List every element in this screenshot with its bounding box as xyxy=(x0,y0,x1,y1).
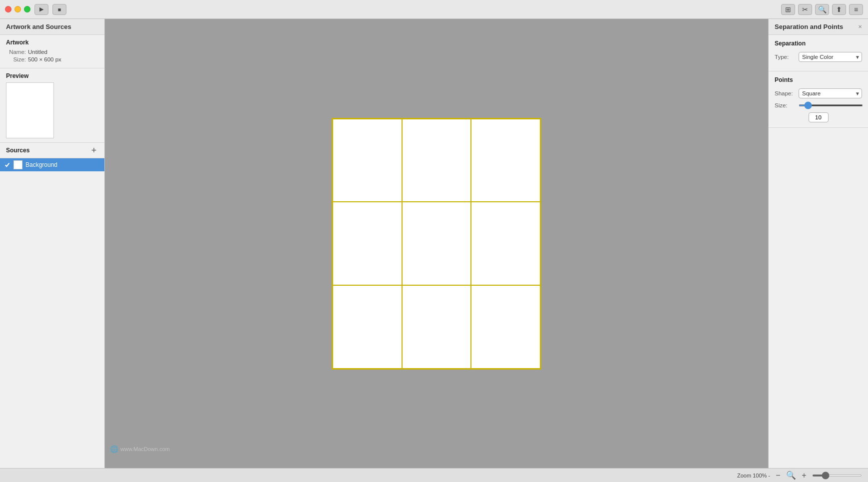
canvas-cell xyxy=(333,285,402,369)
stop-button[interactable]: ■ xyxy=(52,4,66,15)
traffic-lights xyxy=(5,6,30,12)
close-button[interactable] xyxy=(5,6,11,12)
sources-section: Sources + Background xyxy=(0,143,104,468)
canvas-area: 🌐 www.MacDown.com xyxy=(105,19,768,468)
points-title: Points xyxy=(775,76,862,83)
zoom-in-button[interactable]: + xyxy=(799,471,809,481)
size-label: Size: xyxy=(775,102,796,108)
titlebar: ▶ ■ ⊞ ✂ 🔍 ⬆ ≡ xyxy=(0,0,868,19)
search-button[interactable]: 🔍 xyxy=(815,4,829,15)
artwork-size-value: 500 × 600 px xyxy=(28,56,61,62)
crop-button[interactable]: ✂ xyxy=(798,4,812,15)
watermark: 🌐 www.MacDown.com xyxy=(110,445,170,453)
titlebar-right-controls: ⊞ ✂ 🔍 ⬆ ≡ xyxy=(781,4,863,15)
shape-field-row: Shape: Square Circle Diamond ▼ xyxy=(775,88,862,98)
shape-label: Shape: xyxy=(775,90,796,96)
type-field-row: Type: Single Color Multi Color Custom ▼ xyxy=(775,52,862,62)
right-panel-title: Separation and Points xyxy=(775,23,843,30)
watermark-text: www.MacDown.com xyxy=(120,446,170,452)
sources-header: Sources + xyxy=(0,143,104,158)
zoom-controls: Zoom 100% - − 🔍 + xyxy=(737,471,862,481)
canvas-cell xyxy=(402,285,471,369)
artwork-name-label: Name: xyxy=(6,49,26,55)
sidebar-header: Artwork and Sources xyxy=(0,19,104,35)
right-panel: Separation and Points ✕ Separation Type:… xyxy=(768,19,868,468)
canvas-cell xyxy=(402,119,471,202)
sources-title: Sources xyxy=(6,147,29,154)
shape-select-wrapper: Square Circle Diamond ▼ xyxy=(799,88,862,98)
preview-box xyxy=(6,82,54,138)
separation-title: Separation xyxy=(775,40,862,47)
artwork-size-label: Size: xyxy=(6,56,26,62)
type-select[interactable]: Single Color Multi Color Custom xyxy=(799,52,862,62)
type-label: Type: xyxy=(775,54,796,60)
points-section: Points Shape: Square Circle Diamond ▼ Si… xyxy=(769,71,868,128)
canvas-cell xyxy=(471,202,540,285)
right-panel-header: Separation and Points ✕ xyxy=(769,19,868,35)
artwork-title: Artwork xyxy=(6,39,98,46)
type-select-wrapper: Single Color Multi Color Custom ▼ xyxy=(799,52,862,62)
canvas-cell xyxy=(471,285,540,369)
maximize-button[interactable] xyxy=(24,6,30,12)
settings-button[interactable]: ≡ xyxy=(849,4,863,15)
bottom-bar: Zoom 100% - − 🔍 + xyxy=(0,468,868,482)
preview-label: Preview xyxy=(6,72,98,79)
list-item[interactable]: Background xyxy=(0,158,104,171)
canvas-cell xyxy=(333,119,402,202)
canvas-cell xyxy=(402,202,471,285)
collapse-button[interactable]: ✕ xyxy=(858,24,862,29)
zoom-search-button[interactable]: 🔍 xyxy=(786,471,796,481)
minimize-button[interactable] xyxy=(14,6,21,12)
canvas-cell xyxy=(333,202,402,285)
zoom-label: Zoom 100% - xyxy=(737,473,770,479)
size-input[interactable]: 10 xyxy=(809,112,829,122)
canvas-grid xyxy=(332,118,541,370)
preview-section: Preview xyxy=(0,68,104,143)
canvas-cell xyxy=(471,119,540,202)
zoom-slider[interactable] xyxy=(812,475,862,477)
size-slider-row: Size: xyxy=(775,102,862,108)
artwork-name-value: Untitled xyxy=(28,49,47,55)
artwork-section: Artwork Name: Untitled Size: 500 × 600 p… xyxy=(0,35,104,68)
shape-select[interactable]: Square Circle Diamond xyxy=(799,88,862,98)
add-source-button[interactable]: + xyxy=(89,146,98,155)
source-name: Background xyxy=(25,161,57,168)
source-color-swatch xyxy=(13,160,22,169)
main-layout: Artwork and Sources Artwork Name: Untitl… xyxy=(0,19,868,468)
source-checkbox[interactable] xyxy=(4,162,10,168)
share-button[interactable]: ⬆ xyxy=(832,4,846,15)
zoom-out-button[interactable]: − xyxy=(773,471,783,481)
artwork-size-field: Size: 500 × 600 px xyxy=(6,56,98,62)
separation-section: Separation Type: Single Color Multi Colo… xyxy=(769,35,868,71)
arrangement-button[interactable]: ⊞ xyxy=(781,4,795,15)
size-slider[interactable] xyxy=(799,104,863,106)
left-sidebar: Artwork and Sources Artwork Name: Untitl… xyxy=(0,19,105,468)
artwork-name-field: Name: Untitled xyxy=(6,49,98,55)
play-button[interactable]: ▶ xyxy=(34,4,48,15)
